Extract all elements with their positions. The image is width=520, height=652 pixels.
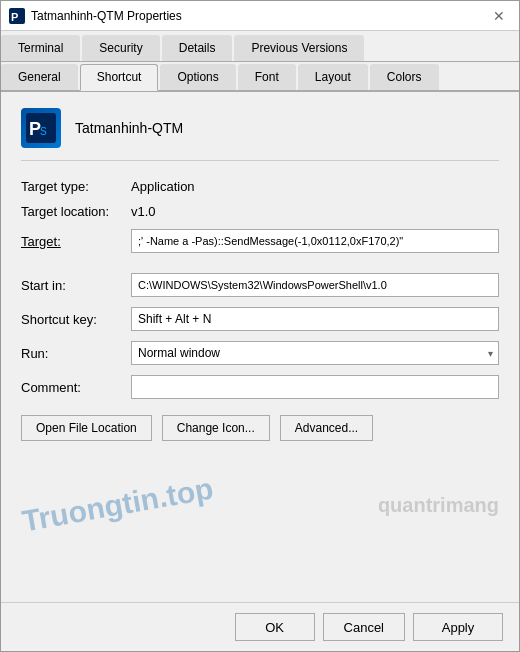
app-name: Tatmanhinh-QTM	[75, 120, 183, 136]
comment-row: Comment:	[21, 375, 499, 399]
window-body: P S Tatmanhinh-QTM Target type: Applicat…	[1, 92, 519, 602]
target-input[interactable]	[131, 229, 499, 253]
target-type-label: Target type:	[21, 179, 131, 194]
ok-button[interactable]: OK	[235, 613, 315, 641]
run-select-wrapper: Normal window Minimized Maximized ▾	[131, 341, 499, 365]
start-in-input[interactable]	[131, 273, 499, 297]
target-location-label: Target location:	[21, 204, 131, 219]
run-select[interactable]: Normal window Minimized Maximized	[131, 341, 499, 365]
title-bar: P Tatmanhinh-QTM Properties ✕	[1, 1, 519, 31]
content-area: P S Tatmanhinh-QTM Target type: Applicat…	[1, 92, 519, 602]
start-in-label: Start in:	[21, 278, 131, 293]
run-label: Run:	[21, 346, 131, 361]
powershell-icon: P S	[26, 113, 56, 143]
tab-font[interactable]: Font	[238, 64, 296, 90]
svg-text:P: P	[11, 11, 18, 23]
cancel-button[interactable]: Cancel	[323, 613, 405, 641]
shortcut-key-input[interactable]	[131, 307, 499, 331]
svg-text:S: S	[40, 126, 47, 137]
target-type-value: Application	[131, 179, 195, 194]
start-in-row: Start in:	[21, 273, 499, 297]
change-icon-button[interactable]: Change Icon...	[162, 415, 270, 441]
tab-security[interactable]: Security	[82, 35, 159, 61]
tab-details[interactable]: Details	[162, 35, 233, 61]
target-location-value: v1.0	[131, 204, 156, 219]
shortcut-key-label: Shortcut key:	[21, 312, 131, 327]
close-button[interactable]: ✕	[487, 6, 511, 26]
shortcut-key-row: Shortcut key:	[21, 307, 499, 331]
properties-window: P Tatmanhinh-QTM Properties ✕ Terminal S…	[0, 0, 520, 652]
target-label: Target:	[21, 234, 131, 249]
open-file-location-button[interactable]: Open File Location	[21, 415, 152, 441]
tab-general[interactable]: General	[1, 64, 78, 90]
tab-previous-versions[interactable]: Previous Versions	[234, 35, 364, 61]
app-header: P S Tatmanhinh-QTM	[21, 108, 499, 161]
comment-label: Comment:	[21, 380, 131, 395]
app-icon: P S	[21, 108, 61, 148]
tabs-row2: General Shortcut Options Font Layout Col…	[1, 62, 519, 92]
tab-terminal[interactable]: Terminal	[1, 35, 80, 61]
footer: OK Cancel Apply	[1, 602, 519, 651]
tab-options[interactable]: Options	[160, 64, 235, 90]
window-icon: P	[9, 8, 25, 24]
tab-layout[interactable]: Layout	[298, 64, 368, 90]
apply-button[interactable]: Apply	[413, 613, 503, 641]
window-title: Tatmanhinh-QTM Properties	[31, 9, 182, 23]
comment-input[interactable]	[131, 375, 499, 399]
tab-shortcut[interactable]: Shortcut	[80, 64, 159, 91]
target-row: Target:	[21, 229, 499, 253]
action-buttons-row: Open File Location Change Icon... Advanc…	[21, 415, 499, 441]
title-bar-left: P Tatmanhinh-QTM Properties	[9, 8, 182, 24]
tab-colors[interactable]: Colors	[370, 64, 439, 90]
tabs-row1: Terminal Security Details Previous Versi…	[1, 31, 519, 62]
advanced-button[interactable]: Advanced...	[280, 415, 373, 441]
run-row: Run: Normal window Minimized Maximized ▾	[21, 341, 499, 365]
target-location-row: Target location: v1.0	[21, 204, 499, 219]
target-type-row: Target type: Application	[21, 179, 499, 194]
